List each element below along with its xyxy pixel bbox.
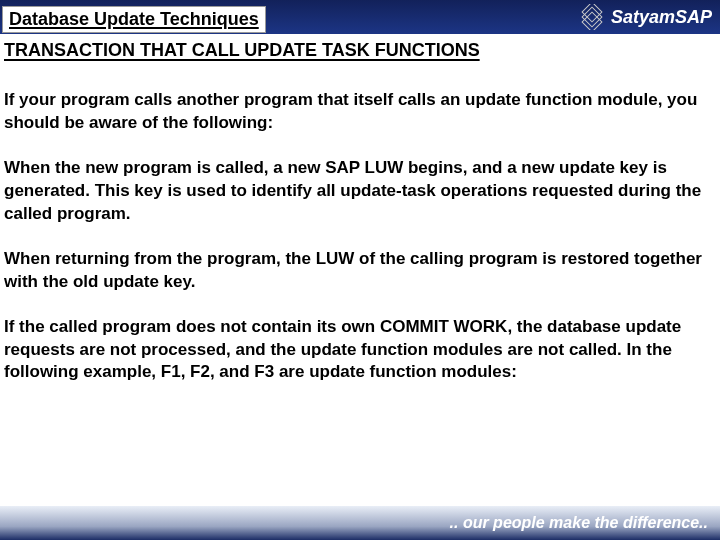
svg-rect-1: [582, 7, 602, 27]
slide-header: Database Update Techniques SatyamSAP: [0, 0, 720, 34]
paragraph: When the new program is called, a new SA…: [4, 157, 712, 226]
slide-footer: .. our people make the difference..: [0, 506, 720, 540]
brand-name: Satyam: [611, 7, 675, 27]
brand-suffix: SAP: [675, 7, 712, 27]
paragraph: If your program calls another program th…: [4, 89, 712, 135]
footer-tagline: .. our people make the difference..: [450, 514, 708, 532]
paragraph: If the called program does not contain i…: [4, 316, 712, 385]
slide-title: Database Update Techniques: [2, 6, 266, 33]
brand-logo: SatyamSAP: [579, 4, 712, 30]
slide-subtitle: TRANSACTION THAT CALL UPDATE TASK FUNCTI…: [4, 40, 712, 61]
paragraph: When returning from the program, the LUW…: [4, 248, 712, 294]
satyam-logo-icon: [579, 4, 605, 30]
slide-content: TRANSACTION THAT CALL UPDATE TASK FUNCTI…: [0, 34, 720, 384]
brand-text: SatyamSAP: [611, 7, 712, 28]
